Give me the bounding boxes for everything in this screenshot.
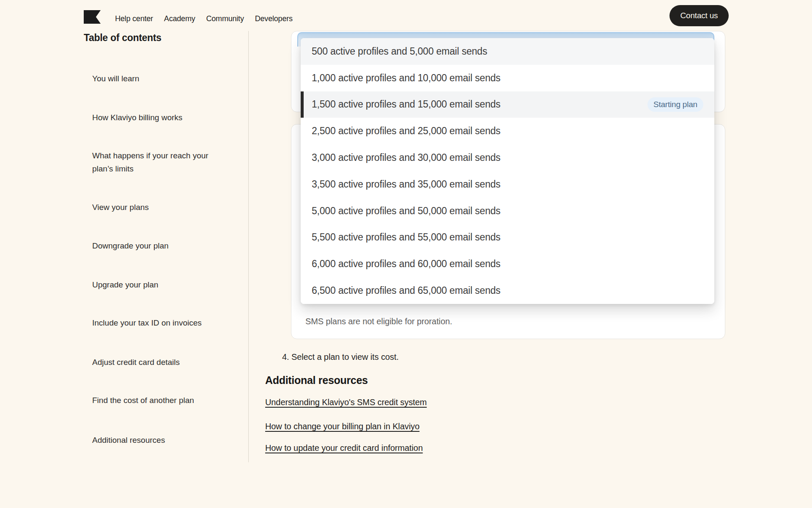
link-change-billing-plan[interactable]: How to change your billing plan in Klavi… bbox=[265, 422, 420, 431]
toc-item-view-your-plans[interactable]: View your plans bbox=[92, 201, 223, 214]
plan-option[interactable]: 500 active profiles and 5,000 email send… bbox=[301, 38, 714, 65]
link-update-credit-card[interactable]: How to update your credit card informati… bbox=[265, 443, 423, 453]
top-nav: Help center Academy Community Developers… bbox=[0, 0, 812, 30]
plan-option[interactable]: 6,000 active profiles and 60,000 email s… bbox=[301, 251, 714, 277]
plan-option-label: 1,000 active profiles and 10,000 email s… bbox=[312, 72, 500, 84]
klaviyo-help-center-page: Help center Academy Community Developers… bbox=[0, 0, 812, 508]
plan-option-label: 1,500 active profiles and 15,000 email s… bbox=[312, 99, 500, 110]
sidebar-divider bbox=[248, 31, 249, 462]
nav-link-developers[interactable]: Developers bbox=[255, 14, 293, 23]
starting-plan-badge: Starting plan bbox=[647, 97, 703, 112]
plan-option-label: 5,000 active profiles and 50,000 email s… bbox=[312, 205, 500, 217]
nav-link-academy[interactable]: Academy bbox=[164, 14, 195, 23]
nav-link-community[interactable]: Community bbox=[206, 14, 244, 23]
toc-item-additional-resources[interactable]: Additional resources bbox=[92, 433, 223, 447]
link-sms-credit-system[interactable]: Understanding Klaviyo's SMS credit syste… bbox=[265, 398, 427, 407]
nav-links: Help center Academy Community Developers bbox=[115, 14, 293, 23]
plan-option[interactable]: 1,000 active profiles and 10,000 email s… bbox=[301, 65, 714, 91]
plan-option[interactable]: 6,500 active profiles and 65,000 email s… bbox=[301, 277, 714, 304]
contact-us-button[interactable]: Contact us bbox=[669, 5, 729, 26]
toc-item-you-will-learn[interactable]: You will learn bbox=[92, 72, 223, 85]
step-4-text: 4. Select a plan to view its cost. bbox=[282, 352, 399, 362]
toc-title: Table of contents bbox=[84, 32, 162, 44]
toc-item-cost-of-another-plan[interactable]: Find the cost of another plan bbox=[92, 394, 223, 407]
plan-option-label: 3,000 active profiles and 30,000 email s… bbox=[312, 152, 500, 163]
toc-item-upgrade-plan[interactable]: Upgrade your plan bbox=[92, 278, 223, 291]
additional-resources-heading: Additional resources bbox=[265, 374, 368, 387]
plan-option[interactable]: 5,500 active profiles and 55,000 email s… bbox=[301, 224, 714, 251]
plan-option[interactable]: 5,000 active profiles and 50,000 email s… bbox=[301, 198, 714, 224]
plan-option-label: 3,500 active profiles and 35,000 email s… bbox=[312, 179, 500, 190]
klaviyo-logo-icon[interactable] bbox=[84, 10, 101, 24]
plan-option-label: 6,000 active profiles and 60,000 email s… bbox=[312, 258, 500, 270]
plan-option-label: 6,500 active profiles and 65,000 email s… bbox=[312, 285, 500, 296]
toc-item-downgrade-plan[interactable]: Downgrade your plan bbox=[92, 239, 223, 252]
plan-dropdown-menu: 500 active profiles and 5,000 email send… bbox=[301, 38, 714, 304]
toc-item-tax-id[interactable]: Include your tax ID on invoices bbox=[92, 316, 223, 329]
toc-item-credit-card[interactable]: Adjust credit card details bbox=[92, 356, 223, 369]
plan-option[interactable]: 2,500 active profiles and 25,000 email s… bbox=[301, 118, 714, 144]
sms-proration-note: SMS plans are not eligible for proration… bbox=[305, 317, 452, 326]
plan-option-selected[interactable]: 1,500 active profiles and 15,000 email s… bbox=[301, 91, 714, 118]
plan-option-label: 2,500 active profiles and 25,000 email s… bbox=[312, 125, 500, 137]
nav-link-help-center[interactable]: Help center bbox=[115, 14, 153, 23]
plan-option[interactable]: 3,000 active profiles and 30,000 email s… bbox=[301, 144, 714, 171]
plan-option-label: 500 active profiles and 5,000 email send… bbox=[312, 46, 487, 57]
plan-option[interactable]: 3,500 active profiles and 35,000 email s… bbox=[301, 171, 714, 198]
toc-item-plan-limits[interactable]: What happens if your reach your plan’s l… bbox=[92, 149, 223, 175]
plan-option-label: 5,500 active profiles and 55,000 email s… bbox=[312, 232, 500, 243]
toc-item-how-billing-works[interactable]: How Klaviyo billing works bbox=[92, 111, 223, 124]
